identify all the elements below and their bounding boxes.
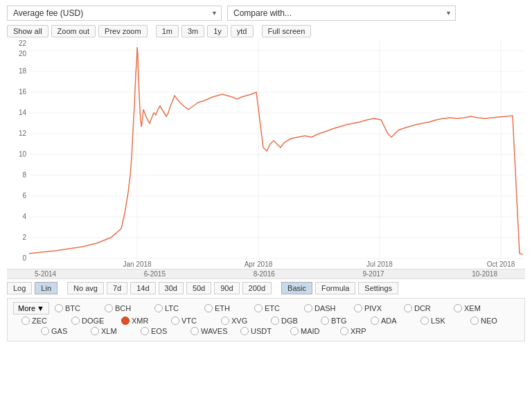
coin-item-LTC[interactable]: LTC bbox=[154, 304, 203, 312]
coin-item-MAID[interactable]: MAID bbox=[290, 327, 339, 335]
1m-button[interactable]: 1m bbox=[156, 25, 179, 37]
coin-item-XEM[interactable]: XEM bbox=[454, 304, 502, 312]
svg-text:2: 2 bbox=[22, 233, 26, 241]
compare-select[interactable]: Compare with... bbox=[227, 6, 456, 21]
basic-button[interactable]: Basic bbox=[281, 282, 312, 294]
coin-item-LSK[interactable]: LSK bbox=[420, 317, 469, 325]
settings-button[interactable]: Settings bbox=[358, 282, 398, 294]
coin-label-XRP: XRP bbox=[351, 327, 366, 335]
coin-row-3: GAS XLM EOS WAVES USDT MAID bbox=[13, 327, 519, 335]
coin-radio-ZEC bbox=[21, 317, 30, 325]
coin-item-ADA[interactable]: ADA bbox=[371, 317, 419, 325]
coin-radio-VTC bbox=[171, 317, 179, 325]
coin-item-PIVX[interactable]: PIVX bbox=[354, 304, 402, 312]
svg-text:Oct 2018: Oct 2018 bbox=[487, 260, 515, 268]
coin-label-GAS: GAS bbox=[51, 327, 67, 335]
coin-radio-XMR bbox=[121, 317, 130, 325]
coin-row-1: More ▼ BTC BCH LTC ETH ETC bbox=[13, 302, 519, 314]
1y-button[interactable]: 1y bbox=[207, 25, 228, 37]
svg-text:Jan 2018: Jan 2018 bbox=[123, 260, 152, 268]
svg-text:8: 8 bbox=[22, 171, 26, 179]
log-button[interactable]: Log bbox=[7, 282, 32, 294]
show-all-button[interactable]: Show all bbox=[7, 25, 48, 37]
no-avg-button[interactable]: No avg bbox=[67, 282, 104, 294]
coin-item-XLM[interactable]: XLM bbox=[91, 327, 139, 335]
200d-button[interactable]: 200d bbox=[242, 282, 272, 294]
coin-item-WAVES[interactable]: WAVES bbox=[190, 327, 239, 335]
coin-label-XLM: XLM bbox=[101, 327, 117, 335]
3m-button[interactable]: 3m bbox=[181, 25, 204, 37]
full-screen-button[interactable]: Full screen bbox=[262, 25, 312, 37]
zoom-out-button[interactable]: Zoom out bbox=[51, 25, 96, 37]
svg-text:18: 18 bbox=[19, 67, 27, 75]
coin-item-NEO[interactable]: NEO bbox=[470, 317, 519, 325]
30d-button[interactable]: 30d bbox=[159, 282, 184, 294]
coin-label-WAVES: WAVES bbox=[201, 327, 228, 335]
50d-button[interactable]: 50d bbox=[186, 282, 211, 294]
coin-label-BTC: BTC bbox=[65, 304, 80, 312]
coin-radio-XEM bbox=[454, 304, 462, 312]
coin-label-VTC: VTC bbox=[181, 317, 197, 325]
date-label-2014: 5-2014 bbox=[35, 270, 56, 278]
coin-label-ETC: ETC bbox=[265, 304, 280, 312]
coin-item-ZEC[interactable]: ZEC bbox=[21, 317, 70, 325]
prev-zoom-button[interactable]: Prev zoom bbox=[98, 25, 148, 37]
date-label-2016: 8-2016 bbox=[254, 270, 275, 278]
coin-item-XMR[interactable]: XMR bbox=[121, 317, 170, 325]
coin-radio-ETH bbox=[204, 304, 213, 312]
coin-item-USDT[interactable]: USDT bbox=[240, 327, 289, 335]
coin-radio-USDT bbox=[240, 327, 249, 335]
coin-item-BCH[interactable]: BCH bbox=[105, 304, 153, 312]
14d-button[interactable]: 14d bbox=[130, 282, 155, 294]
coin-label-LTC: LTC bbox=[165, 304, 179, 312]
coin-label-NEO: NEO bbox=[481, 317, 497, 325]
coin-item-GAS[interactable]: GAS bbox=[41, 327, 89, 335]
coin-radio-BTC bbox=[55, 304, 63, 312]
coin-item-DGB[interactable]: DGB bbox=[271, 317, 319, 325]
coin-radio-WAVES bbox=[190, 327, 199, 335]
coin-label-DOGE: DOGE bbox=[82, 317, 104, 325]
coin-label-ZEC: ZEC bbox=[32, 317, 47, 325]
coin-label-MAID: MAID bbox=[301, 327, 320, 335]
coin-radio-XRP bbox=[340, 327, 348, 335]
more-chevron-icon: ▼ bbox=[37, 304, 44, 312]
coin-radio-NEO bbox=[470, 317, 479, 325]
coin-row-2: ZEC DOGE XMR VTC XVG DGB bbox=[13, 317, 519, 325]
coin-item-DOGE[interactable]: DOGE bbox=[71, 317, 120, 325]
coin-radio-XLM bbox=[91, 327, 99, 335]
formula-button[interactable]: Formula bbox=[315, 282, 355, 294]
coin-label-ADA: ADA bbox=[381, 317, 397, 325]
chart-area: 0 2 4 6 8 10 12 14 16 18 20 22 bbox=[7, 40, 525, 269]
svg-text:4: 4 bbox=[22, 213, 26, 220]
svg-text:6: 6 bbox=[22, 192, 26, 199]
coin-item-ETC[interactable]: ETC bbox=[254, 304, 303, 312]
coin-item-BTC[interactable]: BTC bbox=[55, 304, 103, 312]
coin-item-EOS[interactable]: EOS bbox=[141, 327, 189, 335]
coin-radio-BTG bbox=[321, 317, 329, 325]
coin-item-DASH[interactable]: DASH bbox=[304, 304, 353, 312]
coin-label-XVG: XVG bbox=[231, 317, 247, 325]
coin-radio-DOGE bbox=[71, 317, 80, 325]
coin-item-XVG[interactable]: XVG bbox=[221, 317, 269, 325]
coin-radio-LTC bbox=[154, 304, 163, 312]
metric-select[interactable]: Average fee (USD) bbox=[7, 6, 222, 21]
coin-radio-MAID bbox=[290, 327, 299, 335]
coin-label-PIVX: PIVX bbox=[364, 304, 382, 312]
coin-radio-DGB bbox=[271, 317, 279, 325]
7d-button[interactable]: 7d bbox=[107, 282, 127, 294]
coin-label-XMR: XMR bbox=[132, 317, 148, 325]
coin-item-XRP[interactable]: XRP bbox=[340, 327, 389, 335]
compare-select-wrapper[interactable]: Compare with... bbox=[227, 6, 456, 21]
metric-select-wrapper[interactable]: Average fee (USD) bbox=[7, 6, 222, 21]
coin-radio-BCH bbox=[105, 304, 113, 312]
coin-item-VTC[interactable]: VTC bbox=[171, 317, 220, 325]
lin-button[interactable]: Lin bbox=[35, 282, 57, 294]
coin-item-BTG[interactable]: BTG bbox=[321, 317, 369, 325]
coin-item-DCR[interactable]: DCR bbox=[404, 304, 452, 312]
90d-button[interactable]: 90d bbox=[214, 282, 239, 294]
x-axis-historical: 5-2014 6-2015 8-2016 9-2017 10-2018 bbox=[7, 269, 525, 279]
coin-item-ETH[interactable]: ETH bbox=[204, 304, 253, 312]
ytd-button[interactable]: ytd bbox=[231, 25, 254, 37]
coin-radio-GAS bbox=[41, 327, 49, 335]
more-button[interactable]: More ▼ bbox=[13, 302, 49, 314]
